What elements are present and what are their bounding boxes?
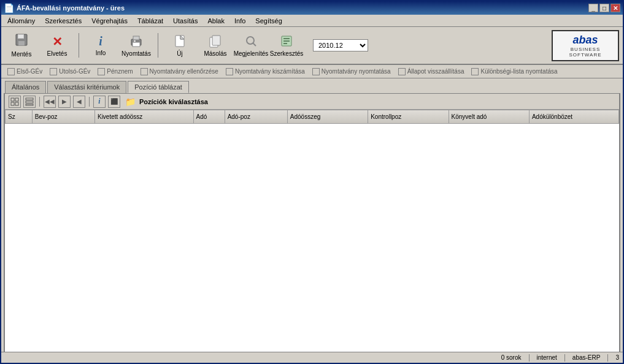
toolbar: Mentés ✕ Elvetés i Info Nyomtatás Új [1,27,623,65]
logo-area: abas BUSINESS SOFTWARE [552,29,619,61]
logo-text: abas [558,34,613,47]
col-sz: Sz [6,110,33,124]
export-sub-button[interactable]: ⬛ [108,96,120,108]
nyomtatas-button[interactable]: Nyomtatás [120,29,153,61]
svg-rect-18 [11,98,14,101]
col-kontrollpoz: Kontrollpoz [368,110,449,124]
date-dropdown[interactable]: 2010.12 2010.11 2010.10 [313,39,368,51]
menu-allomany[interactable]: Állomány [2,16,40,26]
megjelenites-button[interactable]: Megjelenítés [234,29,268,61]
elvetes-label: Elvetés [47,50,67,57]
menu-vegrehajtás[interactable]: Végrehajtás [87,16,133,26]
svg-line-13 [253,43,256,46]
szerkesztes-icon [280,34,293,49]
nyomtatasa-label: Nyomtatvány nyomtatása [322,68,391,75]
tab-altalanos[interactable]: Általános [5,81,46,93]
nyomtatvany-kiszamitasa-button[interactable]: Nyomtatvány kiszámítása [223,67,307,76]
menu-szerkesztes[interactable]: Szerkesztés [40,16,87,26]
connection-status: internet [537,354,557,361]
megjelenites-label: Megjelenítés [234,50,269,57]
utolso-gev-label: Utolsó-GÉv [59,68,90,75]
main-content: ◀◀ ▶ ◀ i ⬛ 📁 Pozíciók kiválasztása Sz Be… [4,93,620,360]
penznem-checkbox [98,68,105,75]
penznem-label: Pénznem [107,68,133,75]
sub-sep2 [89,97,90,107]
mentes-icon [15,33,28,50]
tab-pozicio-tablazat[interactable]: Pozíció táblázat [128,81,189,93]
maximize-button[interactable]: □ [599,4,609,12]
sub-toolbar: ◀◀ ▶ ◀ i ⬛ 📁 Pozíciók kiválasztása [5,94,619,110]
kiszamitasa-label: Nyomtatvány kiszámítása [235,68,305,75]
sub-title-text: Pozíciók kiválasztása [139,98,208,105]
menu-ablak[interactable]: Ablak [202,16,229,26]
sep2 [158,33,158,58]
kulonbsegi-checkbox [471,68,479,75]
kulonbsegi-lista-button[interactable]: Különbségi-lista nyomtatása [469,67,560,76]
info-button[interactable]: i Info [84,29,117,61]
grid-view-button[interactable] [9,96,21,108]
ellenorzese-checkbox [141,68,148,75]
kulonbsegi-label: Különbségi-lista nyomtatása [480,68,557,75]
status-sep3 [607,354,608,362]
visszaallitasa-label: Állapot visszaállítása [407,68,464,75]
instance-number: 3 [615,354,619,361]
svg-rect-22 [26,98,33,100]
logo-subtext: BUSINESS SOFTWARE [558,47,613,58]
minimize-button[interactable]: _ [588,4,598,12]
penznem-button[interactable]: Pénznem [95,67,135,76]
szerkesztes-button[interactable]: Szerkesztés [270,29,303,61]
grid-view-button2[interactable] [23,96,36,108]
svg-rect-23 [26,101,33,103]
sub-title-area: 📁 Pozíciók kiválasztása [125,97,208,107]
sub-sep1 [39,97,40,107]
sep1 [79,33,79,58]
kiszamitasa-checkbox [226,68,233,75]
allapot-visszaallitasa-button[interactable]: Állapot visszaállítása [396,67,467,76]
info-icon: i [99,34,102,48]
svg-rect-20 [11,102,14,105]
svg-rect-21 [15,102,18,105]
nav-next-button[interactable]: ◀ [73,96,85,108]
nyomtatas-label: Nyomtatás [121,50,151,57]
nav-prev-button[interactable]: ▶ [58,96,71,108]
svg-rect-19 [15,98,18,101]
szerkesztes-label: Szerkesztés [270,50,303,57]
title-left: 📄 ÁFA-bevallási nyomtatvány - üres [4,3,125,13]
elvetes-button[interactable]: ✕ Elvetés [40,29,74,61]
menu-info[interactable]: Info [229,16,250,26]
svg-rect-11 [212,36,220,45]
elso-gev-button[interactable]: Első-GÉv [5,67,45,76]
menu-tablazat[interactable]: Táblázat [133,16,168,26]
col-adokulonbozet: Adókülönbözet [529,110,618,124]
col-ado: Adó [193,110,225,124]
ellenorzese-label: Nyomtatvány ellenőrzése [150,68,218,75]
nav-first-button[interactable]: ◀◀ [44,96,56,108]
utolso-gev-button[interactable]: Utolsó-GÉv [47,67,93,76]
masolas-button[interactable]: Másolás [199,29,232,61]
elso-gev-checkbox [7,68,15,75]
nyomtatvany-nyomtatasa-button[interactable]: Nyomtatvány nyomtatása [310,67,393,76]
window-title: ÁFA-bevallási nyomtatvány - üres [17,4,125,12]
masolas-icon [209,34,222,49]
close-button[interactable]: ✕ [611,4,620,12]
table-container[interactable]: Sz Bev-poz Kivetett adóössz Adó Adó-poz … [5,110,619,359]
nyomtatasa-checkbox [312,68,320,75]
svg-rect-24 [26,104,33,105]
mentes-label: Mentés [12,51,32,58]
uj-button[interactable]: Új [163,29,196,61]
svg-rect-8 [175,36,184,47]
col-adoossz: Adóösszeg [287,110,368,124]
info-label: Info [96,50,106,56]
col-konyvelt-ado: Könyvelt adó [449,110,529,124]
tab-valasztasi-kriteriumok[interactable]: Választási kritériumok [47,81,126,93]
app-icon: 📄 [4,3,14,13]
status-sep2 [564,354,565,362]
menu-segitseg[interactable]: Segítség [250,16,287,26]
info-sub-button[interactable]: i [93,96,106,108]
svg-rect-6 [133,42,140,47]
nyomtatvany-ellenorzese-button[interactable]: Nyomtatvány ellenőrzése [138,67,221,76]
positions-table: Sz Bev-poz Kivetett adóössz Adó Adó-poz … [5,110,619,124]
svg-rect-3 [18,35,23,38]
mentes-button[interactable]: Mentés [5,29,38,61]
menu-utasitas[interactable]: Utasítás [168,16,202,26]
